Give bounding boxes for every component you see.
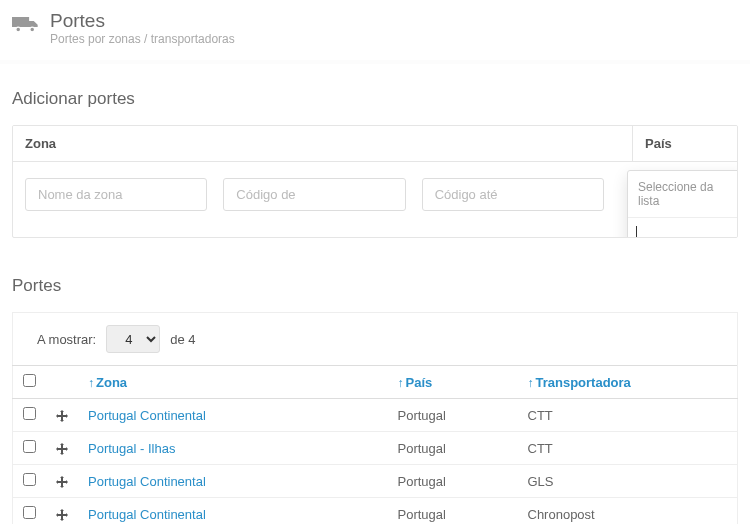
sort-asc-icon: ↑ — [528, 377, 534, 389]
country-dropdown-search[interactable] — [628, 218, 738, 238]
page-subtitle: Portes por zonas / transportadoras — [50, 32, 235, 46]
row-drag-handle[interactable] — [46, 498, 78, 525]
per-page-select[interactable]: 4 — [106, 325, 160, 353]
country-cell: Portugal — [388, 465, 518, 498]
country-cell: Portugal — [388, 399, 518, 432]
table-row: Portugal ContinentalPortugalCTT — [13, 399, 738, 432]
select-all-checkbox[interactable] — [23, 374, 36, 387]
row-drag-handle[interactable] — [46, 399, 78, 432]
row-checkbox[interactable] — [23, 473, 36, 486]
page-title: Portes — [50, 10, 235, 32]
move-header — [46, 366, 78, 399]
country-cell: Portugal — [388, 498, 518, 525]
shipping-table: ↑Zona ↑País ↑Transportadora Portugal Con… — [12, 365, 738, 524]
sort-asc-icon: ↑ — [398, 377, 404, 389]
row-checkbox[interactable] — [23, 407, 36, 420]
row-drag-handle[interactable] — [46, 465, 78, 498]
row-checkbox[interactable] — [23, 440, 36, 453]
zone-link[interactable]: Portugal Continental — [88, 474, 206, 489]
list-controls: A mostrar: 4 de 4 — [12, 312, 738, 365]
truck-icon — [12, 13, 40, 35]
zone-link[interactable]: Portugal Continental — [88, 507, 206, 522]
table-row: Portugal - IlhasPortugalCTT — [13, 432, 738, 465]
country-cell: Portugal — [388, 432, 518, 465]
table-row: Portugal ContinentalPortugalChronopost — [13, 498, 738, 525]
zone-name-input[interactable] — [25, 178, 207, 211]
code-from-input[interactable] — [223, 178, 405, 211]
list-section-title: Portes — [0, 238, 750, 312]
zone-column-header: Zona — [13, 126, 632, 161]
add-section-title: Adicionar portes — [0, 61, 750, 125]
page-header: Portes Portes por zonas / transportadora… — [0, 0, 750, 61]
add-panel-head: Zona País — [13, 126, 737, 162]
country-column-header: País — [632, 126, 737, 161]
carrier-cell: GLS — [518, 465, 738, 498]
svg-point-0 — [16, 27, 21, 32]
carrier-cell: CTT — [518, 432, 738, 465]
zone-header[interactable]: ↑Zona — [78, 366, 388, 399]
code-to-input[interactable] — [422, 178, 604, 211]
of-total-label: de 4 — [170, 332, 195, 347]
carrier-header[interactable]: ↑Transportadora — [518, 366, 738, 399]
add-panel: Zona País Seleccione da lista República … — [12, 125, 738, 238]
country-dropdown-placeholder: Seleccione da lista — [628, 171, 738, 218]
table-row: Portugal ContinentalPortugalGLS — [13, 465, 738, 498]
select-all-header — [13, 366, 47, 399]
svg-point-1 — [30, 27, 35, 32]
row-checkbox[interactable] — [23, 506, 36, 519]
zone-link[interactable]: Portugal - Ilhas — [88, 441, 175, 456]
showing-label: A mostrar: — [37, 332, 96, 347]
country-header[interactable]: ↑País — [388, 366, 518, 399]
sort-asc-icon: ↑ — [88, 377, 94, 389]
country-dropdown[interactable]: Seleccione da lista República Checa Romé… — [627, 170, 738, 238]
row-drag-handle[interactable] — [46, 432, 78, 465]
carrier-cell: Chronopost — [518, 498, 738, 525]
carrier-cell: CTT — [518, 399, 738, 432]
zone-link[interactable]: Portugal Continental — [88, 408, 206, 423]
